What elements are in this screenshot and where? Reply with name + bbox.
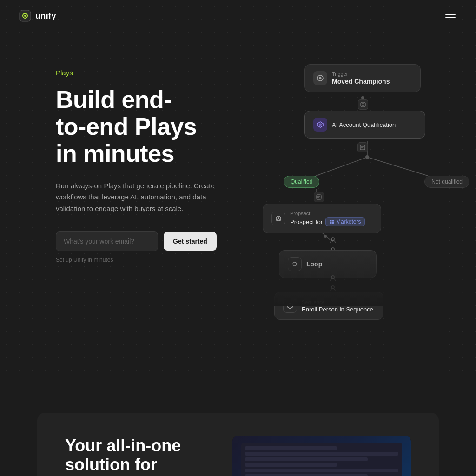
bottom-title: Your all-in-one solution for scaled outb… — [65, 436, 214, 476]
workflow-loop-node: Loop — [279, 250, 377, 278]
loop-content: Loop — [306, 260, 322, 268]
workflow-prospect-node: Propsect Prospect for Marketers — [263, 204, 381, 233]
email-input[interactable] — [56, 231, 158, 251]
mock-row — [245, 469, 398, 472]
svg-point-11 — [324, 235, 327, 238]
svg-rect-32 — [332, 220, 334, 222]
logo-icon — [19, 9, 32, 22]
hamburger-line — [445, 17, 456, 18]
hero-description: Run always-on Plays that generate pipeli… — [56, 180, 232, 215]
sequence-label: Sequence — [302, 299, 373, 305]
trigger-content: Trigger Moved Champions — [332, 71, 390, 85]
hero-title-line2: to-end Plays — [56, 113, 197, 140]
hamburger-line — [445, 14, 456, 15]
screenshot-container — [232, 436, 411, 476]
bottom-title-line1: Your all-in-one — [65, 436, 181, 455]
workflow-trigger-node: Trigger Moved Champions — [304, 64, 421, 92]
screenshot-inner — [232, 436, 411, 476]
hero-left-content: Plays Build end- to-end Plays in minutes… — [56, 60, 270, 263]
hero-section: Plays Build end- to-end Plays in minutes… — [0, 32, 476, 413]
trigger-title: Moved Champions — [332, 78, 390, 85]
mock-row — [245, 446, 337, 450]
ai-title: AI Account Qualification — [332, 121, 396, 128]
menu-button[interactable] — [443, 12, 457, 20]
bottom-wrapper: Your all-in-one solution for scaled outb… — [0, 413, 476, 476]
svg-line-8 — [367, 157, 428, 176]
svg-point-37 — [331, 276, 334, 278]
sequence-subtitle: Enroll Person in Sequence — [302, 306, 373, 313]
prospect-content: Propsect Prospect for Marketers — [290, 211, 365, 226]
svg-point-35 — [331, 238, 334, 240]
person-icon-1 — [329, 236, 337, 244]
svg-point-38 — [331, 286, 334, 289]
trigger-icon — [313, 71, 327, 85]
loop-title: Loop — [306, 260, 322, 268]
not-qualified-badge: Not qualified — [424, 176, 469, 188]
hero-right-workflow: Trigger Moved Champions — [260, 60, 474, 306]
logo-text: unify — [35, 11, 56, 21]
bottom-title-line2: solution for — [65, 455, 157, 474]
workflow-diagram: Trigger Moved Champions — [260, 64, 474, 306]
cta-row: Get started — [56, 231, 270, 251]
person-icon-3 — [329, 274, 337, 282]
svg-rect-31 — [330, 220, 332, 222]
bottom-left: Your all-in-one solution for scaled outb… — [65, 436, 214, 476]
loop-icon — [288, 257, 302, 271]
hero-title-line3: in minutes — [56, 140, 174, 167]
mock-row — [245, 474, 368, 476]
mini-icon-2 — [357, 142, 368, 152]
prospect-sub: Prospect for Marketers — [290, 217, 365, 226]
svg-point-4 — [361, 96, 364, 99]
get-started-button[interactable]: Get started — [164, 232, 217, 251]
sequence-icon — [283, 299, 297, 313]
navigation: unify — [0, 0, 476, 32]
mock-row — [245, 452, 398, 456]
svg-point-2 — [24, 15, 26, 17]
prospect-label: Propsect — [290, 211, 365, 216]
ai-content: AI Account Qualification — [332, 121, 396, 128]
bottom-screenshot — [232, 436, 411, 476]
prospect-for-text: Prospect for — [290, 218, 323, 225]
hero-title-line1: Build end- — [56, 86, 172, 113]
svg-rect-33 — [330, 222, 332, 224]
workflow-sequence-node: Sequence Enroll Person in Sequence — [274, 292, 383, 320]
prospect-icon — [271, 212, 285, 225]
plays-label: Plays — [56, 69, 270, 77]
setup-label: Set up Unify in minutes — [56, 257, 270, 263]
person-connectors-2 — [329, 274, 337, 292]
trigger-label: Trigger — [332, 71, 390, 77]
screenshot-mock — [241, 443, 402, 476]
svg-rect-23 — [360, 145, 365, 150]
mini-icon-1 — [358, 99, 368, 110]
logo[interactable]: unify — [19, 9, 56, 22]
person-icon-4 — [329, 284, 337, 292]
mini-icon-3 — [314, 192, 324, 202]
sequence-content: Sequence Enroll Person in Sequence — [302, 299, 373, 313]
ai-icon — [313, 118, 327, 132]
bottom-section: Your all-in-one solution for scaled outb… — [37, 413, 439, 476]
svg-marker-22 — [319, 123, 322, 126]
qualified-badge: Qualified — [284, 176, 319, 188]
svg-rect-18 — [361, 102, 365, 107]
svg-rect-26 — [317, 195, 321, 199]
mock-row — [245, 463, 337, 467]
workflow-ai-node: AI Account Qualification — [304, 111, 425, 139]
marketers-text: Marketers — [336, 218, 361, 225]
hero-title: Build end- to-end Plays in minutes — [56, 86, 270, 167]
marketers-badge: Marketers — [325, 217, 365, 226]
mock-row — [245, 457, 368, 461]
svg-point-17 — [319, 77, 322, 79]
svg-line-39 — [290, 305, 292, 306]
svg-rect-34 — [332, 222, 334, 224]
svg-line-7 — [316, 157, 367, 176]
svg-point-6 — [365, 155, 369, 159]
